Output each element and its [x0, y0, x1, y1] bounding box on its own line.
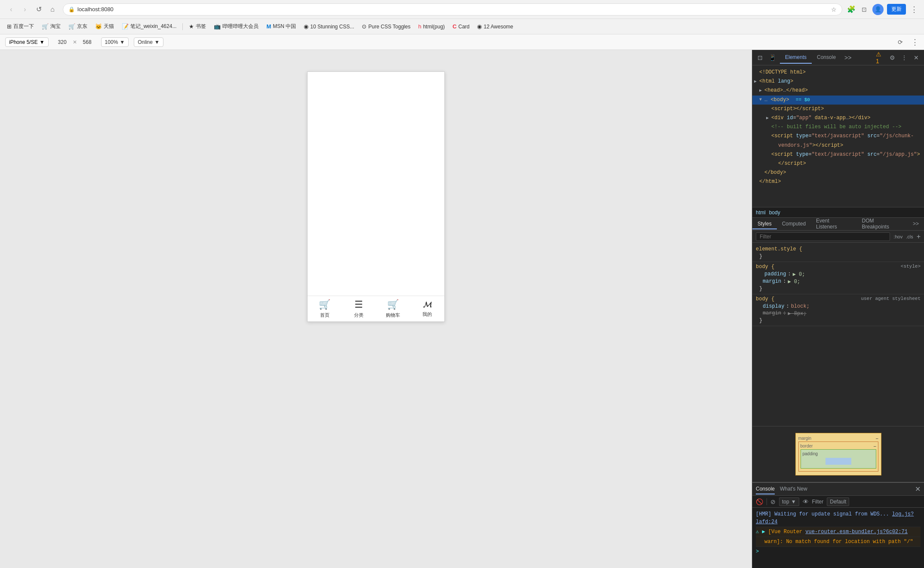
context-chevron: ▼	[791, 499, 796, 505]
warning-icon[interactable]: ⚠ 1	[876, 53, 884, 62]
tab-more-styles[interactable]: >>	[908, 219, 924, 229]
dom-script1[interactable]: <script></script>	[752, 105, 924, 114]
div-dots: …	[846, 115, 849, 121]
tmall-icon: 🐱	[95, 23, 102, 30]
network-chevron: ▼	[154, 39, 160, 45]
bookmark-msn[interactable]: M MSN 中国	[263, 21, 299, 32]
browser-window: ‹ › ↺ ⌂ 🔒 localhost:8080 ☆ 🧩 ⊡ 👤 更新 ⋮ ⊞ …	[0, 0, 924, 568]
context-label: top	[782, 499, 789, 505]
lang-attr: lang	[778, 78, 790, 84]
bc-html[interactable]: html	[756, 210, 766, 216]
dom-body[interactable]: ▼ … <body> == $0	[752, 96, 924, 105]
devtools-panel: ⊡ 📱 Elements Console >> ⚠ 1 ⚙ ⋮ ✕	[752, 50, 924, 568]
dom-head[interactable]: ▶ <head>…</head>	[752, 86, 924, 95]
border-box: border – padding	[798, 441, 878, 472]
device-icon[interactable]: 📱	[768, 53, 776, 62]
dom-doctype[interactable]: <!DOCTYPE html>	[752, 68, 924, 77]
bookmark-css[interactable]: ◉ 10 Stunning CSS...	[300, 22, 357, 31]
dom-script2-cont[interactable]: vendors.js"></script>	[752, 141, 924, 150]
dollar-sign: == $0	[796, 97, 810, 102]
bc-body[interactable]: body	[769, 210, 780, 216]
zoom-selector[interactable]: 100% ▼	[101, 37, 129, 47]
console-close-icon[interactable]: ✕	[915, 485, 921, 493]
console-eye-icon[interactable]: 👁	[803, 498, 809, 505]
tab-console[interactable]: Console	[812, 52, 841, 64]
tab-elements[interactable]: Elements	[780, 52, 812, 64]
tab-computed[interactable]: Computed	[777, 219, 811, 229]
dom-comment[interactable]: <!-- built files will be auto injected -…	[752, 123, 924, 132]
tab-cart[interactable]: 🛒 购物车	[376, 299, 410, 318]
home-button[interactable]: ⌂	[46, 3, 59, 15]
tab-more[interactable]: >>	[841, 52, 855, 64]
console-context-selector[interactable]: top ▼	[779, 497, 799, 506]
tab-event-listeners[interactable]: Event Listeners	[811, 218, 856, 232]
more-icon[interactable]: ⋮	[909, 5, 919, 14]
script2-close: ></script>	[812, 142, 843, 148]
console-input[interactable]	[762, 549, 921, 555]
rule-header: element.style {	[756, 246, 921, 253]
styles-filter: :hov .cls +	[752, 231, 924, 243]
cast-icon[interactable]: ⊡	[859, 5, 869, 14]
settings-icon[interactable]: ⚙	[888, 53, 896, 62]
inspect-icon[interactable]: ⊡	[756, 53, 764, 62]
bookmark-bilibili[interactable]: 📺 哔哩哔哩大会员	[210, 21, 262, 32]
tab-dom-breakpoints[interactable]: DOM Breakpoints	[857, 218, 908, 232]
close-devtools-icon[interactable]: ✕	[912, 53, 921, 62]
bookmark-notes[interactable]: 📝 笔记_weixin_4624...	[118, 21, 180, 32]
profile-avatar[interactable]: 👤	[872, 4, 884, 15]
warning-expand-icon[interactable]: ⚠ ▶	[756, 529, 768, 535]
console-block-icon[interactable]: ⊘	[770, 498, 776, 505]
tab-category-label: 分类	[354, 312, 363, 318]
dom-script-close[interactable]: </script>	[752, 159, 924, 168]
back-button[interactable]: ‹	[5, 3, 17, 15]
tab-styles[interactable]: Styles	[752, 219, 777, 229]
dom-script2[interactable]: <script type="text/javascript" src="/js/…	[752, 132, 924, 141]
bookmark-tmall[interactable]: 🐱 天猫	[92, 21, 117, 32]
home-cart-icon: 🛒	[319, 299, 330, 310]
head-close: </head>	[786, 87, 807, 93]
dom-script3[interactable]: <script type="text/javascript" src="/js/…	[752, 150, 924, 159]
tab-mine[interactable]: 𝓜 我的	[410, 300, 445, 318]
dom-body-close[interactable]: </body>	[752, 168, 924, 177]
height-input[interactable]	[79, 39, 96, 45]
reload-button[interactable]: ↺	[33, 3, 45, 15]
bookmark-jd[interactable]: 🛒 京东	[65, 21, 91, 32]
bookmark-card[interactable]: C Card	[449, 22, 473, 31]
card-icon: C	[453, 23, 456, 30]
bookmark-shujian[interactable]: ★ 书签	[185, 21, 209, 32]
triangle-icon: ▶	[754, 78, 757, 85]
bookmark-awesome[interactable]: ◉ 12 Awesome	[474, 22, 517, 31]
vue-link[interactable]: vue-router.esm-bundler.js?6c02:71	[805, 529, 908, 535]
console-tab-console[interactable]: Console	[756, 484, 775, 494]
bookmark-toggle[interactable]: ⊙ Pure CSS Toggles	[358, 22, 414, 31]
dom-div-app[interactable]: ▶ <div id="app" data-v-app…></div>	[752, 114, 924, 123]
update-button[interactable]: 更新	[887, 4, 906, 15]
console-filter-btn[interactable]: Filter	[812, 499, 824, 505]
bookmark-html[interactable]: h html(pug)	[415, 22, 448, 31]
dom-html[interactable]: ▶ <html lang>	[752, 77, 924, 86]
cls-button[interactable]: .cls	[906, 234, 913, 239]
devtools-more-icon[interactable]: ⋮	[900, 53, 909, 62]
device-toolbar-more[interactable]: ⋮	[911, 37, 919, 47]
rule-header: body { user agent stylesheet	[756, 296, 921, 303]
console-clear-icon[interactable]: 🚫	[756, 498, 763, 505]
zoom-chevron: ▼	[120, 39, 125, 45]
hov-button[interactable]: :hov	[893, 234, 902, 239]
dom-html-close[interactable]: </html>	[752, 177, 924, 186]
width-input[interactable]	[54, 39, 71, 45]
console-tab-whatsnew[interactable]: What's New	[780, 484, 807, 494]
address-bar[interactable]: 🔒 localhost:8080 ☆	[63, 3, 842, 15]
bookmark-yidong[interactable]: ⊞ 百度一下	[3, 21, 37, 32]
rotate-icon[interactable]: ⟳	[895, 37, 906, 48]
network-selector[interactable]: Online ▼	[134, 37, 163, 47]
add-style-button[interactable]: +	[917, 233, 921, 241]
styles-filter-input[interactable]	[756, 232, 890, 241]
tab-category[interactable]: ☰ 分类	[342, 299, 376, 318]
forward-button[interactable]: ›	[19, 3, 31, 15]
device-selector[interactable]: iPhone 5/SE ▼	[5, 37, 49, 47]
tab-home[interactable]: 🛒 首页	[308, 299, 342, 318]
bookmark-taobao[interactable]: 🛒 淘宝	[38, 21, 64, 32]
console-default-btn[interactable]: Default	[827, 497, 849, 506]
bookmark-label: 笔记_weixin_4624...	[130, 23, 176, 30]
extensions-icon[interactable]: 🧩	[847, 5, 856, 14]
